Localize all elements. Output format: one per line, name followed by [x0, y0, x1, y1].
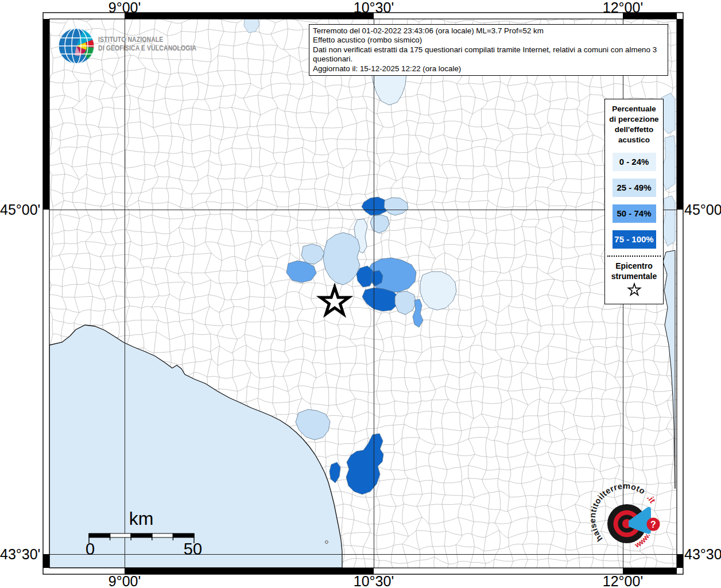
logo-arc-tld: .it — [645, 493, 657, 505]
logo-question-mark: ? — [650, 520, 656, 529]
scalebar-start-label: 0 — [86, 540, 95, 559]
epicenter-star-icon — [627, 283, 642, 297]
scalebar-unit-label: km — [129, 508, 154, 529]
legend-title-line-1: di percezione — [605, 114, 663, 125]
legend-epicenter-title: Epicentrostrumentale — [605, 257, 663, 281]
axis-label-top-1030: 10°30' — [354, 0, 394, 16]
legend-box: Percentualedi percezionedell'effettoacus… — [604, 99, 664, 304]
ingv-wordmark-line1: ISTITUTO NAZIONALE — [98, 36, 196, 44]
event-info-line-1: Effetto acustico (rombo sismico) — [313, 36, 664, 45]
legend-star-shape — [628, 284, 640, 295]
axis-label-top-1200: 12°00' — [603, 0, 643, 16]
ingv-wordmark-line2: DI GEOFISICA E VULCANOLOGIA — [98, 44, 196, 53]
macroseismic-map-page: ISTITUTO NAZIONALE DI GEOFISICA E VULCAN… — [0, 0, 721, 588]
legend-class-1: 25 - 49% — [613, 179, 656, 197]
axis-label-right-4500: 45°00' — [684, 202, 721, 218]
event-info-line-0: Terremoto del 01-02-2022 23:43:06 (ora l… — [313, 26, 664, 36]
ingv-globe-logo — [57, 27, 95, 65]
haisentitoilterremoto-logo: ? haisentitoilterremoto .it www. — [588, 481, 680, 570]
scalebar-end-label: 50 — [184, 540, 202, 559]
axis-label-left-4330: 43°30' — [0, 546, 39, 563]
ingv-wordmark: ISTITUTO NAZIONALE DI GEOFISICA E VULCAN… — [98, 36, 196, 53]
legend-class-2: 50 - 74% — [613, 204, 656, 223]
legend-class-3: 75 - 100% — [613, 230, 656, 249]
ingv-globe-art — [59, 28, 94, 64]
legend-title-line-3: acustico — [605, 135, 663, 145]
axis-label-bottom-1200: 12°00' — [603, 573, 643, 588]
legend-title-line-0: Percentuale — [605, 104, 663, 114]
legend-title: Percentualedi percezionedell'effettoacus… — [605, 99, 663, 145]
legend-epicenter-line-1: strumentale — [605, 271, 663, 281]
event-info-line-3: Aggiornato il: 15-12-2025 12:22 (ora loc… — [313, 64, 664, 74]
event-info-line-2: Dati non verificati estratti da 175 ques… — [313, 45, 664, 64]
axis-label-top-900: 9°00' — [108, 0, 141, 16]
legend-swatches: 0 - 24%25 - 49%50 - 74%75 - 100% — [605, 153, 663, 249]
event-info-box: Terremoto del 01-02-2022 23:43:06 (ora l… — [309, 24, 668, 76]
legend-epicenter-line-0: Epicentro — [605, 261, 663, 271]
axis-label-bottom-1030: 10°30' — [354, 573, 394, 588]
legend-class-0: 0 - 24% — [613, 153, 656, 171]
legend-title-line-2: dell'effetto — [605, 125, 663, 135]
axis-label-left-4500: 45°00' — [0, 202, 39, 218]
small-island — [325, 541, 328, 544]
svg-text:.it: .it — [645, 493, 657, 505]
axis-label-bottom-900: 9°00' — [108, 573, 141, 588]
axis-label-right-4330: 43°30' — [684, 546, 721, 563]
